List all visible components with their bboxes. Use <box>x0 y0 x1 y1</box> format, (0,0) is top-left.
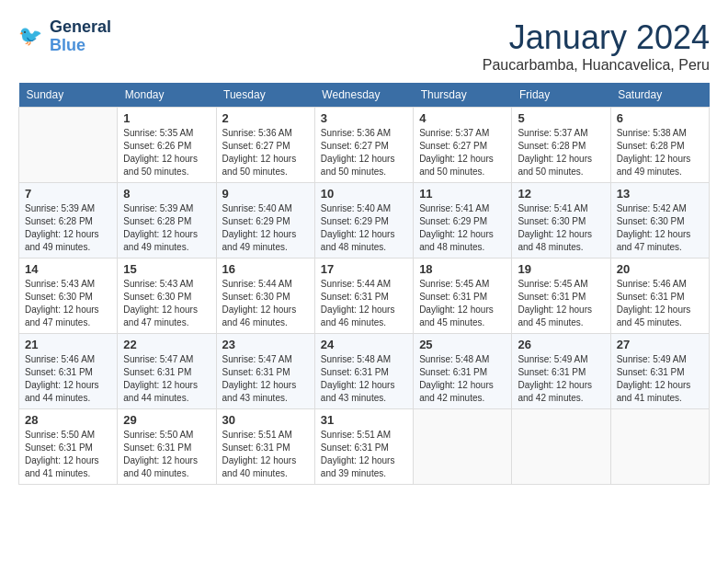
calendar-cell: 28Sunrise: 5:50 AMSunset: 6:31 PMDayligh… <box>19 409 118 485</box>
calendar-cell: 19Sunrise: 5:45 AMSunset: 6:31 PMDayligh… <box>512 259 610 334</box>
calendar-week-row: 7Sunrise: 5:39 AMSunset: 6:28 PMDaylight… <box>19 183 710 259</box>
day-number: 31 <box>321 413 407 427</box>
calendar-cell: 30Sunrise: 5:51 AMSunset: 6:31 PMDayligh… <box>216 409 314 485</box>
weekday-header-sunday: Sunday <box>19 83 118 108</box>
day-number: 22 <box>123 338 210 351</box>
day-number: 17 <box>321 262 407 276</box>
calendar-week-row: 21Sunrise: 5:46 AMSunset: 6:31 PMDayligh… <box>19 334 710 409</box>
month-title: January 2024 <box>483 18 710 57</box>
day-info: Sunrise: 5:45 AMSunset: 6:31 PMDaylight:… <box>518 278 604 329</box>
calendar-cell: 24Sunrise: 5:48 AMSunset: 6:31 PMDayligh… <box>314 334 413 409</box>
calendar-cell: 4Sunrise: 5:37 AMSunset: 6:27 PMDaylight… <box>414 108 512 183</box>
calendar-cell: 31Sunrise: 5:51 AMSunset: 6:31 PMDayligh… <box>314 409 413 485</box>
calendar-cell: 16Sunrise: 5:44 AMSunset: 6:30 PMDayligh… <box>216 259 314 334</box>
day-info: Sunrise: 5:36 AMSunset: 6:27 PMDaylight:… <box>222 127 309 178</box>
calendar-cell <box>512 409 610 485</box>
day-info: Sunrise: 5:48 AMSunset: 6:31 PMDaylight:… <box>321 353 407 405</box>
calendar-week-row: 14Sunrise: 5:43 AMSunset: 6:30 PMDayligh… <box>19 259 710 334</box>
weekday-header-tuesday: Tuesday <box>216 83 314 108</box>
day-number: 19 <box>518 262 604 276</box>
day-info: Sunrise: 5:48 AMSunset: 6:31 PMDaylight:… <box>419 353 506 405</box>
day-number: 30 <box>222 413 309 427</box>
day-number: 6 <box>617 111 703 125</box>
day-info: Sunrise: 5:36 AMSunset: 6:27 PMDaylight:… <box>321 127 407 178</box>
calendar-cell: 3Sunrise: 5:36 AMSunset: 6:27 PMDaylight… <box>314 108 413 183</box>
day-number: 18 <box>419 262 506 276</box>
weekday-header-wednesday: Wednesday <box>314 83 413 108</box>
calendar-cell: 17Sunrise: 5:44 AMSunset: 6:31 PMDayligh… <box>314 259 413 334</box>
day-info: Sunrise: 5:51 AMSunset: 6:31 PMDaylight:… <box>222 429 309 480</box>
logo-icon: 🐦 <box>18 23 46 51</box>
day-info: Sunrise: 5:44 AMSunset: 6:31 PMDaylight:… <box>321 278 407 329</box>
day-number: 7 <box>25 187 111 201</box>
day-info: Sunrise: 5:35 AMSunset: 6:26 PMDaylight:… <box>123 127 210 178</box>
title-section: January 2024 Paucarbamba, Huancavelica, … <box>483 18 710 74</box>
calendar-week-row: 28Sunrise: 5:50 AMSunset: 6:31 PMDayligh… <box>19 409 710 485</box>
day-info: Sunrise: 5:46 AMSunset: 6:31 PMDaylight:… <box>617 278 703 329</box>
day-number: 21 <box>25 338 111 351</box>
day-number: 15 <box>123 262 210 276</box>
day-number: 27 <box>617 338 703 351</box>
logo: 🐦 General Blue <box>18 18 111 55</box>
weekday-header-saturday: Saturday <box>610 83 709 108</box>
day-info: Sunrise: 5:43 AMSunset: 6:30 PMDaylight:… <box>123 278 210 329</box>
calendar-cell: 13Sunrise: 5:42 AMSunset: 6:30 PMDayligh… <box>610 183 709 259</box>
calendar-cell <box>414 409 512 485</box>
calendar-cell: 26Sunrise: 5:49 AMSunset: 6:31 PMDayligh… <box>512 334 610 409</box>
day-info: Sunrise: 5:39 AMSunset: 6:28 PMDaylight:… <box>25 202 111 254</box>
day-info: Sunrise: 5:45 AMSunset: 6:31 PMDaylight:… <box>419 278 506 329</box>
day-info: Sunrise: 5:38 AMSunset: 6:28 PMDaylight:… <box>617 127 703 178</box>
day-info: Sunrise: 5:37 AMSunset: 6:27 PMDaylight:… <box>419 127 506 178</box>
day-number: 25 <box>419 338 506 351</box>
day-number: 4 <box>419 111 506 125</box>
logo-text: General Blue <box>50 18 111 55</box>
calendar-cell: 22Sunrise: 5:47 AMSunset: 6:31 PMDayligh… <box>118 334 216 409</box>
calendar-cell <box>19 108 118 183</box>
day-number: 26 <box>518 338 604 351</box>
day-info: Sunrise: 5:50 AMSunset: 6:31 PMDaylight:… <box>25 429 111 480</box>
weekday-header-row: SundayMondayTuesdayWednesdayThursdayFrid… <box>19 83 710 108</box>
calendar-cell: 8Sunrise: 5:39 AMSunset: 6:28 PMDaylight… <box>118 183 216 259</box>
calendar-cell: 27Sunrise: 5:49 AMSunset: 6:31 PMDayligh… <box>610 334 709 409</box>
day-number: 20 <box>617 262 703 276</box>
calendar-cell: 21Sunrise: 5:46 AMSunset: 6:31 PMDayligh… <box>19 334 118 409</box>
location-title: Paucarbamba, Huancavelica, Peru <box>483 57 710 74</box>
day-info: Sunrise: 5:41 AMSunset: 6:30 PMDaylight:… <box>518 202 604 254</box>
day-info: Sunrise: 5:49 AMSunset: 6:31 PMDaylight:… <box>617 353 703 405</box>
calendar-cell: 9Sunrise: 5:40 AMSunset: 6:29 PMDaylight… <box>216 183 314 259</box>
day-number: 1 <box>123 111 210 125</box>
day-info: Sunrise: 5:41 AMSunset: 6:29 PMDaylight:… <box>419 202 506 254</box>
day-number: 16 <box>222 262 309 276</box>
day-info: Sunrise: 5:49 AMSunset: 6:31 PMDaylight:… <box>518 353 604 405</box>
calendar-cell: 5Sunrise: 5:37 AMSunset: 6:28 PMDaylight… <box>512 108 610 183</box>
calendar-cell <box>610 409 709 485</box>
day-number: 10 <box>321 187 407 201</box>
calendar-cell: 2Sunrise: 5:36 AMSunset: 6:27 PMDaylight… <box>216 108 314 183</box>
day-info: Sunrise: 5:43 AMSunset: 6:30 PMDaylight:… <box>25 278 111 329</box>
day-info: Sunrise: 5:40 AMSunset: 6:29 PMDaylight:… <box>222 202 309 254</box>
calendar-cell: 29Sunrise: 5:50 AMSunset: 6:31 PMDayligh… <box>118 409 216 485</box>
day-info: Sunrise: 5:44 AMSunset: 6:30 PMDaylight:… <box>222 278 309 329</box>
svg-text:🐦: 🐦 <box>18 24 43 48</box>
day-number: 11 <box>419 187 506 201</box>
calendar-cell: 15Sunrise: 5:43 AMSunset: 6:30 PMDayligh… <box>118 259 216 334</box>
day-info: Sunrise: 5:40 AMSunset: 6:29 PMDaylight:… <box>321 202 407 254</box>
day-number: 28 <box>25 413 111 427</box>
day-number: 2 <box>222 111 309 125</box>
day-number: 29 <box>123 413 210 427</box>
weekday-header-monday: Monday <box>118 83 216 108</box>
day-info: Sunrise: 5:50 AMSunset: 6:31 PMDaylight:… <box>123 429 210 480</box>
day-number: 9 <box>222 187 309 201</box>
calendar-cell: 20Sunrise: 5:46 AMSunset: 6:31 PMDayligh… <box>610 259 709 334</box>
calendar-cell: 1Sunrise: 5:35 AMSunset: 6:26 PMDaylight… <box>118 108 216 183</box>
weekday-header-thursday: Thursday <box>414 83 512 108</box>
calendar-cell: 7Sunrise: 5:39 AMSunset: 6:28 PMDaylight… <box>19 183 118 259</box>
day-number: 12 <box>518 187 604 201</box>
calendar-table: SundayMondayTuesdayWednesdayThursdayFrid… <box>18 83 710 485</box>
calendar-cell: 12Sunrise: 5:41 AMSunset: 6:30 PMDayligh… <box>512 183 610 259</box>
page-header: 🐦 General Blue January 2024 Paucarbamba,… <box>18 18 710 74</box>
calendar-cell: 6Sunrise: 5:38 AMSunset: 6:28 PMDaylight… <box>610 108 709 183</box>
day-info: Sunrise: 5:47 AMSunset: 6:31 PMDaylight:… <box>222 353 309 405</box>
day-number: 5 <box>518 111 604 125</box>
calendar-cell: 25Sunrise: 5:48 AMSunset: 6:31 PMDayligh… <box>414 334 512 409</box>
